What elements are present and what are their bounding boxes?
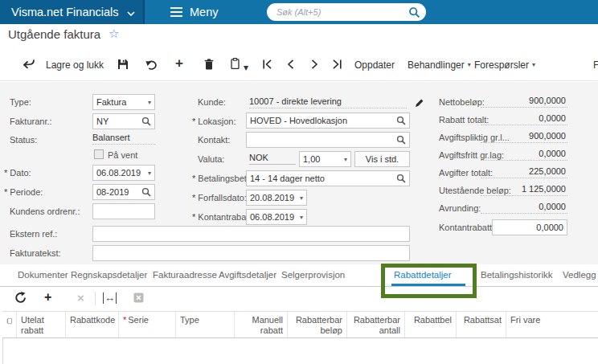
kundens-ordrenr-input[interactable]	[92, 203, 155, 219]
kundens-ordrenr-label: Kundens ordrenr.:	[10, 207, 80, 216]
column-header-serie[interactable]: *Serie	[119, 312, 176, 337]
vis-i-std-button[interactable]: Vis i std.	[354, 151, 410, 167]
processes-menu[interactable]: Behandlinger▾	[408, 59, 471, 71]
avgiftspliktig-value: 900,0000	[481, 131, 567, 143]
row-settings-icon[interactable]	[2, 312, 17, 337]
favorite-star-icon[interactable]: ☆	[109, 27, 119, 41]
rabatt-totalt-value: 0,0000	[481, 113, 567, 125]
nav-first-icon[interactable]	[262, 59, 272, 72]
magnifier-icon[interactable]	[141, 187, 151, 197]
column-header-fri-vare[interactable]: Fri vare	[506, 312, 598, 337]
valuta-rate-value: 1,00	[303, 154, 342, 164]
chevron-down-icon: ▾	[300, 194, 303, 202]
magnifier-icon[interactable]	[396, 116, 406, 125]
lokasjon-value: HOVED - Hovedlokasjon	[250, 116, 394, 125]
undo-icon[interactable]	[145, 60, 158, 72]
dato-datepicker[interactable]: 06.08.2019 ▾	[92, 165, 155, 181]
inquiries-menu[interactable]: Forespørsler▾	[474, 59, 535, 71]
tab-avgiftsdetaljer[interactable]: Avgiftsdetaljer	[219, 270, 276, 280]
lokasjon-label: Lokasjon:	[192, 117, 236, 126]
pencil-edit-icon[interactable]	[415, 96, 424, 111]
tab-selgerprovisjon[interactable]: Selgerprovisjon	[281, 270, 345, 280]
nav-last-icon[interactable]	[332, 59, 342, 72]
pa-vent-checkbox[interactable]	[94, 149, 104, 159]
visma-financials-window: Visma.net Financials Meny Utgående faktu…	[0, 0, 598, 364]
kontakt-lookup[interactable]	[246, 132, 410, 148]
forfallsdato-label: Forfallsdato:	[192, 193, 247, 202]
save-icon[interactable]	[117, 59, 129, 72]
avgiftsfritt-value: 0,0000	[481, 149, 567, 161]
kunde-value: 10007 - direkte levering	[249, 96, 407, 108]
grid-body-empty[interactable]	[3, 338, 598, 364]
magnifier-icon[interactable]	[141, 117, 151, 126]
chevron-down-icon: ▾	[344, 156, 347, 163]
fakturatekst-input[interactable]	[92, 245, 410, 261]
menu-button[interactable]: Meny	[170, 0, 218, 24]
kontantrabatt-input[interactable]	[492, 219, 567, 235]
overflow-menu-cutoff[interactable]: F	[593, 59, 598, 71]
refresh-icon[interactable]	[14, 292, 27, 304]
column-header-rabattbel[interactable]: Rabattbel	[405, 312, 457, 337]
betalingsbetingelser-value: 14 - 14 dager netto	[250, 174, 394, 183]
magnifier-icon[interactable]	[396, 135, 406, 145]
nav-next-icon[interactable]	[311, 59, 318, 72]
kontantrabattdato-datepicker[interactable]: 06.08.2019 ▾	[246, 209, 307, 225]
utestaende-belop-value: 1 125,0000	[481, 184, 567, 196]
chevron-down-icon	[127, 6, 135, 18]
required-marker: *	[123, 315, 126, 325]
dato-value: 06.08.2019	[96, 168, 145, 178]
valuta-rate-select[interactable]: 1,00 ▾	[299, 151, 351, 167]
status-value: Balansert	[92, 133, 155, 145]
column-header-rabattkode[interactable]: Rabattkode	[66, 312, 119, 337]
copy-paste-icon[interactable]	[231, 58, 240, 72]
excel-export-icon	[133, 292, 144, 303]
search-icon[interactable]	[408, 6, 420, 22]
save-and-close-button[interactable]: Lagre og lukk	[46, 59, 104, 71]
lokasjon-lookup[interactable]: HOVED - Hovedlokasjon	[246, 112, 410, 129]
tab-vedlegg[interactable]: Vedlegg	[563, 270, 596, 280]
copy-paste-dropdown-caret[interactable]: ▾	[244, 62, 248, 73]
grid-toolbar: + × ↔	[0, 288, 598, 311]
column-header-rabattsat[interactable]: Rabattsat	[457, 312, 506, 337]
add-record-icon[interactable]: +	[175, 55, 183, 72]
valuta-code: NOK	[249, 153, 296, 165]
status-label: Status:	[10, 135, 37, 145]
fakturatekst-label: Fakturatekst:	[10, 248, 61, 258]
nav-prev-icon[interactable]	[287, 59, 294, 72]
periode-lookup[interactable]: 08-2019	[92, 184, 155, 200]
menu-label: Meny	[190, 6, 218, 18]
fakturanr-label: Fakturanr.:	[10, 117, 52, 126]
type-select[interactable]: Faktura ▾	[92, 94, 155, 110]
nettobelop-label: Nettobeløp:	[439, 97, 485, 107]
search-input[interactable]	[276, 7, 399, 17]
avgifter-totalt-value: 225,0000	[481, 166, 567, 178]
forfallsdato-datepicker[interactable]: 20.08.2019 ▾	[246, 190, 307, 206]
back-button[interactable]	[21, 59, 35, 72]
update-button[interactable]: Oppdater	[354, 59, 395, 71]
page-title: Utgående faktura	[8, 27, 100, 41]
magnifier-icon[interactable]	[396, 174, 406, 183]
tab-fakturaadresse[interactable]: Fakturaadresse	[153, 270, 217, 280]
ekstern-ref-input[interactable]	[92, 226, 410, 242]
chevron-down-icon: ▾	[468, 61, 471, 68]
global-search	[267, 3, 426, 21]
chevron-down-icon: ▾	[532, 61, 535, 68]
app-switcher[interactable]: Visma.net Financials	[11, 0, 135, 24]
tab-rabattdetaljer[interactable]: Rabattdetaljer	[394, 270, 452, 280]
tab-dokumenter[interactable]: Dokumenter	[18, 270, 68, 280]
column-header-rabatterbar-antall[interactable]: Rabatterbar antall	[347, 312, 405, 337]
fakturanr-lookup[interactable]: NY	[92, 113, 155, 129]
add-row-icon[interactable]: +	[44, 290, 51, 305]
betalingsbetingelser-lookup[interactable]: 14 - 14 dager netto	[246, 170, 410, 186]
column-header-rabatterbar-belop[interactable]: Rabatterbar beløp	[288, 312, 347, 337]
topbar: Visma.net Financials Meny	[0, 0, 598, 24]
tab-betalingshistorikk[interactable]: Betalingshistorikk	[481, 270, 552, 280]
avrunding-label: Avrunding:	[439, 203, 481, 213]
column-header-manuell-rabatt[interactable]: Manuell rabatt	[235, 312, 288, 337]
tab-regnskapsdetaljer[interactable]: Regnskapsdetaljer	[71, 270, 147, 280]
avrunding-value: 0,0000	[481, 202, 567, 214]
fit-width-icon[interactable]: ↔	[103, 292, 117, 304]
column-header-type[interactable]: Type	[176, 312, 235, 337]
trash-icon[interactable]	[204, 59, 214, 72]
column-header-utelat-rabatt[interactable]: Utelat rabatt	[17, 312, 66, 337]
